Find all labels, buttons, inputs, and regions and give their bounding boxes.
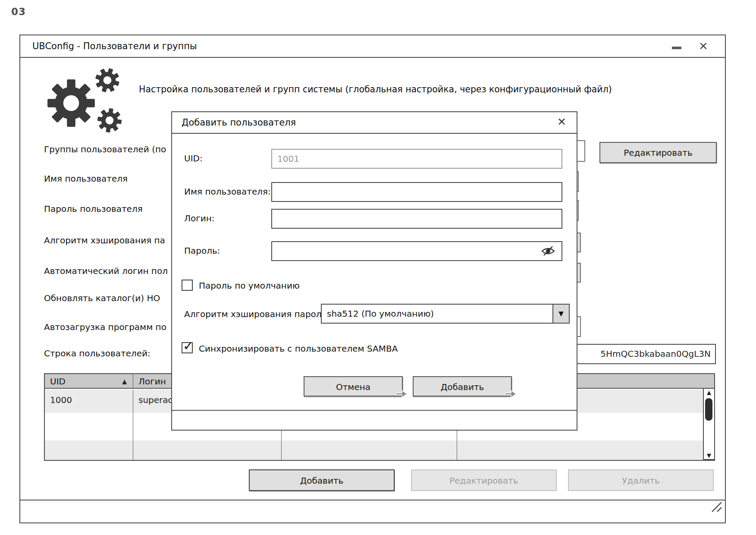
- table-row[interactable]: [45, 441, 703, 460]
- uid-input[interactable]: [271, 149, 562, 169]
- page-number-label: 03: [11, 6, 26, 17]
- dialog-titlebar: Добавить пользователя: [172, 112, 577, 134]
- cancel-button[interactable]: Отмена: [304, 376, 403, 397]
- main-window-titlebar: UBConfig - Пользователи и группы ✕: [20, 35, 725, 58]
- checkmark-icon: ✓: [183, 338, 194, 353]
- dialog-close-button[interactable]: ✕: [557, 116, 566, 128]
- minimize-icon: [672, 47, 681, 49]
- submit-add-button[interactable]: Добавить: [413, 376, 512, 397]
- hash-algo-combobox[interactable]: sha512 (По умолчанию) ▼: [321, 304, 570, 324]
- form-label-user-string: Строка пользователей:: [44, 348, 151, 359]
- edit-user-button[interactable]: Редактировать: [411, 469, 557, 491]
- password-label: Пароль:: [184, 245, 220, 256]
- dialog-footer-divider: [172, 410, 577, 411]
- sort-asc-icon[interactable]: ▲: [122, 378, 127, 385]
- scroll-down-icon[interactable]: ▼: [704, 452, 714, 459]
- resize-grip-icon[interactable]: [710, 500, 722, 514]
- form-label-autologin: Автоматический логин пол: [44, 266, 168, 276]
- form-label-update-home: Обновлять каталог(и) HO: [44, 293, 160, 303]
- samba-sync-label: Синхронизировать с пользователем SAMBA: [199, 343, 398, 354]
- statusbar-divider: [20, 500, 725, 500]
- password-input[interactable]: [271, 241, 562, 261]
- table-scrollbar[interactable]: ▲ ▼: [703, 388, 715, 460]
- form-label-hash-algo: Алгоритм хэширования па: [44, 235, 165, 245]
- window-title: UBConfig - Пользователи и группы: [32, 41, 197, 51]
- default-password-checkbox[interactable]: [182, 280, 193, 291]
- fullname-input[interactable]: [271, 182, 562, 202]
- uid-label: UID:: [184, 153, 203, 164]
- scrollbar-thumb[interactable]: [705, 398, 712, 421]
- module-description: Настройка пользователей и групп системы …: [139, 84, 717, 94]
- eye-slash-icon: [541, 245, 555, 257]
- password-visibility-toggle[interactable]: [541, 245, 555, 257]
- combobox-dropdown-button[interactable]: ▼: [552, 305, 569, 323]
- login-input[interactable]: [271, 209, 562, 229]
- cursor-arrow-icon: [504, 389, 517, 401]
- delete-user-button[interactable]: Удалить: [568, 469, 714, 491]
- fullname-label: Имя пользователя:: [184, 186, 271, 197]
- cursor-arrow-icon: [395, 389, 408, 401]
- form-label-password: Пароль пользователя: [44, 204, 143, 214]
- add-user-dialog: Добавить пользователя ✕ UID: Имя пользов…: [171, 111, 577, 431]
- hash-algo-value: sha512 (По умолчанию): [327, 308, 434, 319]
- default-password-label: Пароль по умолчанию: [199, 280, 300, 291]
- form-label-username: Имя пользователя: [44, 173, 128, 184]
- page: 03 UBConfig - Пользователи и группы ✕: [0, 0, 756, 535]
- scroll-up-icon[interactable]: ▲: [704, 389, 714, 396]
- chevron-down-icon: ▼: [558, 310, 564, 318]
- column-header-uid[interactable]: UID▲: [45, 374, 133, 388]
- form-label-autostart: Автозагрузка программ по: [44, 322, 166, 332]
- samba-sync-checkbox[interactable]: ✓: [182, 342, 193, 353]
- minimize-button[interactable]: [667, 35, 686, 57]
- gears-icon: [44, 62, 126, 133]
- edit-groups-button[interactable]: Редактировать: [599, 142, 717, 163]
- hash-algo-label: Алгоритм хэширования пароля:: [184, 309, 329, 319]
- dialog-title: Добавить пользователя: [182, 117, 296, 128]
- add-user-button[interactable]: Добавить: [249, 469, 395, 491]
- close-button[interactable]: ✕: [694, 35, 713, 57]
- form-label-groups: Группы пользователей (по: [44, 144, 166, 154]
- login-label: Логин:: [184, 213, 215, 223]
